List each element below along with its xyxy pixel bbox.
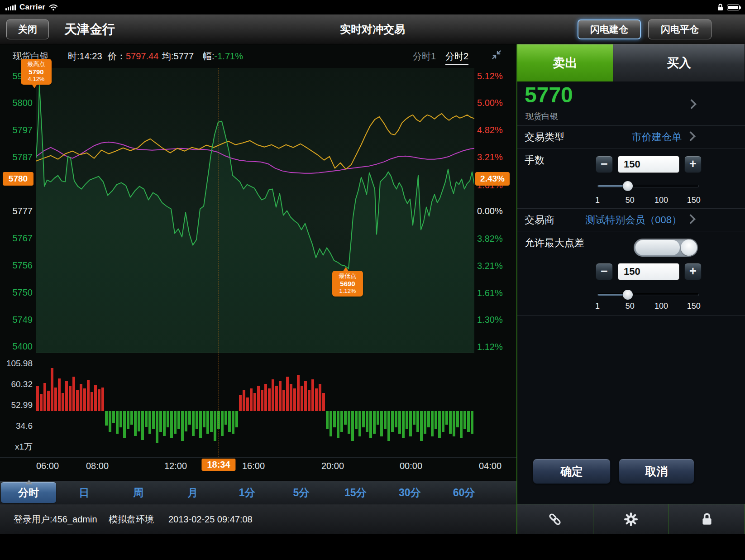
quote-time: 时:14:23 bbox=[68, 48, 102, 64]
period-tab[interactable]: 日 bbox=[57, 481, 111, 504]
period-tab[interactable]: 30分 bbox=[382, 481, 437, 504]
price-value: 5797.44 bbox=[126, 51, 158, 61]
price-axis-label: 5797 bbox=[3, 125, 33, 135]
crosshair-time-badge: 18:34 bbox=[201, 459, 235, 471]
period-tab[interactable]: 分时 bbox=[1, 482, 56, 503]
flash-open-position-button[interactable]: 闪电建仓 bbox=[578, 19, 641, 39]
max-spread-toggle[interactable] bbox=[634, 239, 698, 257]
change-label: 幅: bbox=[203, 51, 215, 61]
crosshair-line bbox=[219, 68, 219, 457]
slider-tick-label: 50 bbox=[626, 196, 635, 205]
period-tab[interactable]: 5分 bbox=[274, 481, 329, 504]
badge-percent: 1.12% bbox=[334, 287, 361, 295]
price-axis-label: 5400 bbox=[3, 341, 33, 351]
nav-bar: 关闭 天津金行 实时对冲交易 闪电建仓 闪电平仓 bbox=[0, 14, 745, 44]
price-axis-label: 5777 bbox=[3, 206, 33, 216]
volume-axis-label: x1万 bbox=[1, 442, 33, 451]
low-point-badge: 最低点 5690 1.12% bbox=[332, 271, 363, 297]
period-tab[interactable]: 15分 bbox=[328, 481, 382, 504]
broker-row[interactable]: 交易商 测试特别会员（008） bbox=[517, 209, 745, 231]
system-buttons bbox=[516, 504, 745, 534]
trade-panel: 卖出 买入 5770 现货白银 交易类型 市价建仓单 手数 bbox=[516, 44, 745, 504]
trade-type-label: 交易类型 bbox=[525, 130, 564, 144]
lots-label: 手数 bbox=[525, 155, 544, 166]
high-point-badge: 最高点 5790 4.12% bbox=[21, 59, 52, 85]
settings-button[interactable] bbox=[593, 504, 669, 534]
badge-value: 5690 bbox=[334, 280, 361, 287]
broker-label: 交易商 bbox=[525, 213, 554, 227]
increase-lots-button[interactable] bbox=[684, 156, 702, 173]
badge-title: 最高点 bbox=[23, 61, 50, 68]
price-axis-label: 5750 bbox=[3, 287, 33, 297]
decrease-lots-button[interactable] bbox=[596, 156, 613, 173]
tab-sell[interactable]: 卖出 bbox=[517, 44, 613, 81]
period-tab[interactable]: 月 bbox=[166, 481, 220, 504]
current-price-line bbox=[36, 179, 474, 179]
period-tab[interactable]: 1分 bbox=[220, 481, 274, 504]
change-value: -1.71% bbox=[215, 51, 243, 61]
time-axis-label: 12:00 bbox=[164, 461, 187, 471]
price-axis-label: 5749 bbox=[3, 315, 33, 325]
price-chart[interactable] bbox=[36, 68, 474, 353]
chart-info-bar: 现货白银 时:14:23 价：5797.44 均:5777 幅:-1.71% bbox=[0, 48, 516, 64]
spread-ticks: 150100150 bbox=[597, 302, 699, 311]
gear-icon bbox=[623, 512, 639, 527]
period-tab[interactable]: 60分 bbox=[437, 481, 491, 504]
login-user: 登录用户:456_admin bbox=[14, 513, 97, 526]
slider-tick-label: 50 bbox=[626, 302, 635, 311]
volume-axis-label: 34.6 bbox=[1, 421, 33, 431]
close-button[interactable]: 关闭 bbox=[6, 19, 49, 39]
chart-region: 现货白银 时:14:23 价：5797.44 均:5777 幅:-1.71% 分… bbox=[0, 44, 516, 504]
instrument-quote-row[interactable]: 5770 现货白银 bbox=[517, 81, 745, 126]
flash-close-position-button[interactable]: 闪电平仓 bbox=[648, 19, 712, 39]
period-tab[interactable]: 周 bbox=[111, 481, 166, 504]
percent-axis-label: 1.30% bbox=[477, 315, 503, 325]
panel-price: 5770 bbox=[525, 82, 573, 107]
trade-type-value: 市价建仓单 bbox=[632, 130, 682, 144]
lock-icon bbox=[717, 4, 723, 11]
tab-minute-chart-1[interactable]: 分时1 bbox=[413, 50, 436, 62]
quote-price: 价：5797.44 bbox=[108, 48, 158, 64]
wifi-icon bbox=[49, 4, 58, 11]
percent-axis-label: 5.12% bbox=[477, 71, 503, 81]
confirm-button[interactable]: 确定 bbox=[533, 459, 611, 484]
price-axis-label: 5800 bbox=[3, 98, 33, 108]
volume-chart[interactable] bbox=[36, 360, 474, 453]
slider-tick-label: 150 bbox=[687, 196, 701, 205]
carrier-label: Carrier bbox=[19, 3, 45, 12]
lots-input[interactable] bbox=[618, 156, 679, 173]
slider-knob[interactable] bbox=[623, 181, 633, 191]
percent-axis-label: 1.61% bbox=[477, 288, 503, 298]
spread-input[interactable] bbox=[618, 263, 679, 280]
decrease-spread-button[interactable] bbox=[596, 263, 613, 280]
trade-type-row[interactable]: 交易类型 市价建仓单 bbox=[517, 126, 745, 148]
page-title: 实时对冲交易 bbox=[340, 14, 405, 44]
lots-slider[interactable] bbox=[597, 181, 699, 191]
badge-title: 最低点 bbox=[334, 273, 361, 280]
increase-spread-button[interactable] bbox=[684, 263, 702, 280]
price-axis-label: 5756 bbox=[3, 260, 33, 270]
spread-stepper bbox=[596, 263, 702, 280]
percent-axis-label: 1.12% bbox=[477, 342, 503, 352]
cancel-button[interactable]: 取消 bbox=[619, 459, 694, 484]
tab-buy[interactable]: 买入 bbox=[613, 44, 745, 81]
status-bar-right bbox=[717, 4, 740, 11]
percent-axis-label: 0.00% bbox=[477, 206, 503, 216]
collapse-chart-icon[interactable] bbox=[491, 49, 502, 61]
lock-button[interactable] bbox=[669, 504, 745, 534]
price-axis-label: 5767 bbox=[3, 233, 33, 243]
environment-label: 模拟盘环境 bbox=[109, 513, 154, 526]
tab-minute-chart-2[interactable]: 分时2 bbox=[445, 50, 468, 65]
lots-ticks: 150100150 bbox=[597, 196, 699, 205]
time-axis-label: 06:00 bbox=[36, 461, 59, 471]
slider-knob[interactable] bbox=[623, 290, 633, 300]
toggle-knob[interactable] bbox=[681, 239, 697, 256]
quote-average: 均:5777 bbox=[162, 48, 194, 64]
time-axis-label: 16:00 bbox=[242, 461, 265, 471]
time-axis-label: 08:00 bbox=[86, 461, 109, 471]
link-button[interactable] bbox=[517, 504, 593, 534]
volume-axis-label: 60.32 bbox=[1, 380, 33, 389]
spread-slider[interactable] bbox=[597, 290, 699, 300]
percent-axis-label: 4.82% bbox=[477, 125, 503, 135]
lock-icon bbox=[699, 512, 715, 527]
